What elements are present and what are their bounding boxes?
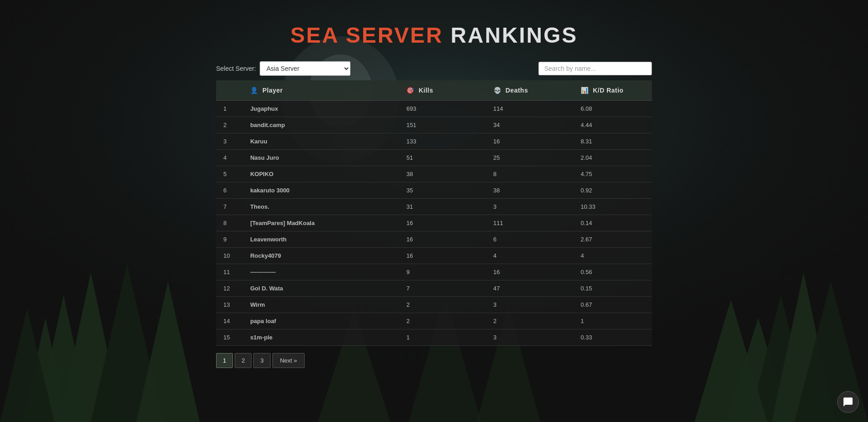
- kd-cell: 0.67: [573, 297, 652, 313]
- col-header-player: 👤 Player: [243, 80, 399, 101]
- player-cell: Nasu Juro: [243, 150, 399, 166]
- svg-marker-10: [726, 318, 790, 422]
- page-title: SEA SERVER RANKINGS: [216, 9, 652, 61]
- controls-row: Select Server: Asia Server EU Server US …: [216, 61, 652, 76]
- deaths-cell: 3: [486, 329, 573, 346]
- svg-marker-14: [695, 299, 767, 422]
- kd-cell: 1: [573, 313, 652, 329]
- deaths-cell: 34: [486, 117, 573, 133]
- kd-cell: 10.33: [573, 199, 652, 215]
- kd-cell: 6.08: [573, 101, 652, 117]
- kd-cell: 0.15: [573, 280, 652, 297]
- kills-cell: 9: [399, 264, 486, 280]
- player-cell: Karuu: [243, 133, 399, 150]
- svg-marker-8: [91, 263, 163, 422]
- kd-cell: 0.92: [573, 182, 652, 199]
- deaths-cell: 6: [486, 231, 573, 248]
- kd-cell: 2.67: [573, 231, 652, 248]
- rank-cell: 14: [216, 313, 243, 329]
- kd-icon: 📊: [581, 87, 589, 94]
- kills-cell: 38: [399, 166, 486, 182]
- title-red: SEA SERVER: [290, 23, 443, 47]
- kd-cell: 0.33: [573, 329, 652, 346]
- deaths-cell: 8: [486, 166, 573, 182]
- deaths-icon: 💀: [493, 87, 502, 94]
- table-row: 11 ------------- 9 16 0.56: [216, 264, 652, 280]
- kills-cell: 133: [399, 133, 486, 150]
- svg-marker-11: [749, 295, 813, 422]
- table-row: 13 Wirm 2 3 0.67: [216, 297, 652, 313]
- chat-bubble[interactable]: [837, 391, 859, 413]
- rank-cell: 2: [216, 117, 243, 133]
- kd-cell: 4.75: [573, 166, 652, 182]
- table-row: 1 Jugaphux 693 114 6.08: [216, 101, 652, 117]
- kills-cell: 51: [399, 150, 486, 166]
- svg-marker-7: [59, 272, 123, 422]
- player-cell: Rocky4079: [243, 248, 399, 264]
- player-cell: Jugaphux: [243, 101, 399, 117]
- deaths-cell: 3: [486, 297, 573, 313]
- deaths-cell: 47: [486, 280, 573, 297]
- col-header-rank: [216, 80, 243, 101]
- rank-cell: 13: [216, 297, 243, 313]
- kd-cell: 4: [573, 248, 652, 264]
- kills-cell: 2: [399, 313, 486, 329]
- title-white: RANKINGS: [443, 23, 577, 47]
- next-btn[interactable]: Next »: [272, 353, 305, 368]
- rank-cell: 9: [216, 231, 243, 248]
- rank-cell: 15: [216, 329, 243, 346]
- table-row: 6 kakaruto 3000 35 38 0.92: [216, 182, 652, 199]
- player-icon: 👤: [250, 87, 258, 94]
- svg-marker-12: [772, 272, 835, 422]
- col-header-kd: 📊 K/D Ratio: [573, 80, 652, 101]
- table-row: 14 papa loaf 2 2 1: [216, 313, 652, 329]
- col-header-kills: 🎯 Kills: [399, 80, 486, 101]
- deaths-cell: 25: [486, 150, 573, 166]
- svg-marker-5: [36, 295, 91, 422]
- table-row: 8 [TeamPares] MadKoala 16 111 0.14: [216, 215, 652, 231]
- svg-marker-9: [136, 281, 200, 422]
- player-cell: -------------: [243, 264, 399, 280]
- rank-cell: 12: [216, 280, 243, 297]
- table-row: 15 s1m-ple 1 3 0.33: [216, 329, 652, 346]
- player-cell: [TeamPares] MadKoala: [243, 215, 399, 231]
- page-btn-1[interactable]: 1: [216, 353, 233, 368]
- svg-marker-6: [0, 309, 54, 422]
- kills-cell: 7: [399, 280, 486, 297]
- rank-cell: 11: [216, 264, 243, 280]
- table-row: 12 Gol D. Wata 7 47 0.15: [216, 280, 652, 297]
- table-body: 1 Jugaphux 693 114 6.08 2 bandit.camp 15…: [216, 101, 652, 346]
- kills-cell: 31: [399, 199, 486, 215]
- kills-cell: 16: [399, 248, 486, 264]
- player-cell: papa loaf: [243, 313, 399, 329]
- kd-cell: 8.31: [573, 133, 652, 150]
- col-header-deaths: 💀 Deaths: [486, 80, 573, 101]
- deaths-cell: 114: [486, 101, 573, 117]
- server-select-group: Select Server: Asia Server EU Server US …: [216, 61, 350, 76]
- kills-cell: 693: [399, 101, 486, 117]
- player-cell: s1m-ple: [243, 329, 399, 346]
- deaths-cell: 111: [486, 215, 573, 231]
- kills-icon: 🎯: [406, 87, 414, 94]
- page-btn-2[interactable]: 2: [235, 353, 252, 368]
- chat-icon: [843, 397, 853, 407]
- deaths-cell: 4: [486, 248, 573, 264]
- rank-cell: 7: [216, 199, 243, 215]
- table-row: 2 bandit.camp 151 34 4.44: [216, 117, 652, 133]
- player-cell: kakaruto 3000: [243, 182, 399, 199]
- kills-cell: 16: [399, 231, 486, 248]
- search-group: [538, 62, 652, 75]
- table-row: 3 Karuu 133 16 8.31: [216, 133, 652, 150]
- rank-cell: 8: [216, 215, 243, 231]
- page-btn-3[interactable]: 3: [253, 353, 270, 368]
- server-select-label: Select Server:: [216, 65, 256, 72]
- rank-cell: 6: [216, 182, 243, 199]
- kd-cell: 2.04: [573, 150, 652, 166]
- kills-cell: 2: [399, 297, 486, 313]
- search-input[interactable]: [538, 62, 652, 75]
- kills-cell: 35: [399, 182, 486, 199]
- table-header: 👤 Player 🎯 Kills 💀 Deaths 📊 K/D Ratio: [216, 80, 652, 101]
- server-select[interactable]: Asia Server EU Server US Server SEA Serv…: [260, 61, 350, 76]
- player-cell: Wirm: [243, 297, 399, 313]
- pagination: 1 2 3 Next »: [216, 353, 652, 368]
